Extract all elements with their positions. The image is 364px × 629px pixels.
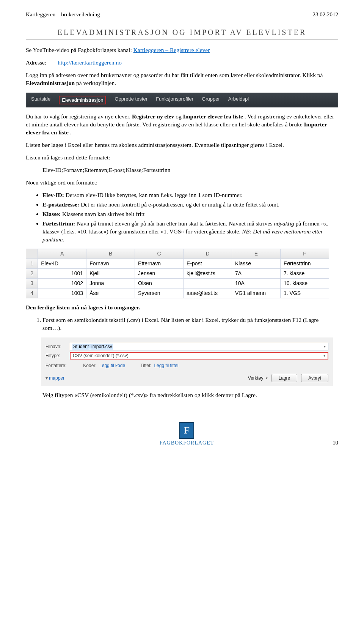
address-link[interactable]: http://lærer.kartleggeren.no [58, 59, 122, 67]
cell: 10A [232, 279, 281, 288]
nav-item-arbeidspl[interactable]: Arbeidspl [228, 96, 249, 105]
logo-badge: F [179, 422, 194, 439]
text: Navn på trinnet eleven går på når han el… [77, 220, 274, 227]
col-header: F [281, 249, 329, 259]
text: Det er ikke noen kontroll på e-postadres… [81, 201, 279, 208]
cell: Etternavn [135, 259, 184, 269]
cell: 10. klasse [281, 279, 329, 288]
cell: Elev-ID [38, 259, 86, 269]
text: Du har to valg for registrering av nye e… [26, 113, 132, 120]
cell: Syversen [135, 288, 184, 298]
doc-header-date: 23.02.2012 [313, 11, 339, 18]
cell: Fornavn [86, 259, 135, 269]
filetype-value: CSV (semikolondelt) (*.csv) [73, 353, 129, 359]
table-row: 1 Elev-ID Fornavn Etternavn E-post Klass… [26, 259, 329, 269]
text: Logg inn på adressen over med brukernavn… [26, 72, 323, 78]
excel-recommendation: Listen bør lages i Excel eller hentes fr… [26, 141, 338, 149]
table-row: 3 1002 Jonna Olsen 10A 10. klasse [26, 279, 329, 288]
list-item: E-postadresse: Det er ikke noen kontroll… [42, 201, 338, 209]
row-header: 1 [26, 259, 38, 269]
doc-header-left: Kartleggeren – brukerveiledning [26, 11, 100, 18]
col-header: E [232, 249, 281, 259]
title-label: Tittel: [140, 363, 151, 368]
nav-bar: Startside Elevadministrasjon Opprette te… [26, 93, 338, 108]
steps-list: Først som en semikolondelt tekstfil (.cs… [42, 316, 338, 332]
codes-value[interactable]: Legg til kode [99, 363, 125, 368]
row-header: 4 [26, 288, 38, 298]
filetype-dropdown[interactable]: CSV (semikolondelt) (*.csv) [70, 352, 328, 359]
col-header: A [38, 249, 86, 259]
cancel-button[interactable]: Avbryt [301, 374, 328, 382]
format-notes-list: Elev-ID: Dersom elev-ID ikke benyttes, k… [42, 191, 338, 244]
col-header: B [86, 249, 135, 259]
cell: Jensen [135, 269, 184, 279]
registration-options: Du har to valg for registrering av nye e… [26, 113, 338, 137]
publisher-logo: F FAGBOKFORLAGET [160, 422, 214, 447]
cell: 1. VGS [281, 288, 329, 298]
cell: E-post [184, 259, 232, 269]
nav-item-startside[interactable]: Startside [31, 96, 50, 105]
list-item: Førtesttrinn: Navn på trinnet eleven går… [42, 220, 338, 244]
text: . [70, 129, 72, 136]
cell: Åse [86, 288, 135, 298]
authors-label: Forfattere: [46, 363, 66, 368]
text-bold: Elev-ID: [42, 192, 64, 198]
filename-value: Student_import.csv [72, 344, 113, 350]
col-header: D [184, 249, 232, 259]
nav-item-elevadministrasjon[interactable]: Elevadministrasjon [59, 96, 106, 105]
title-value[interactable]: Legg til tittel [154, 363, 178, 368]
text-bold: Klasse: [42, 211, 61, 217]
nav-item-grupper[interactable]: Grupper [202, 96, 220, 105]
codes-label: Koder: [83, 363, 96, 368]
cell: Jonna [86, 279, 135, 288]
text: Se YouTube-video på Fagbokforlagets kana… [26, 47, 133, 53]
format-notes-intro: Noen viktige ord om formatet: [26, 179, 338, 187]
cell: 1002 [38, 279, 86, 288]
text: og [176, 113, 183, 120]
cell [184, 279, 232, 288]
cell: VG1 allmenn [232, 288, 281, 298]
logo-text: FAGBOKFORLAGET [160, 440, 214, 447]
text-bold: Registrer ny elev [132, 113, 174, 120]
list-item: Klasse: Klassens navn kan skrives helt f… [42, 210, 338, 218]
folders-link[interactable]: mapper [46, 375, 64, 381]
youtube-link[interactable]: Kartleggeren – Registrere elever [133, 47, 210, 53]
filename-input[interactable]: Student_import.csv [70, 343, 328, 350]
col-header: C [135, 249, 184, 259]
save-button[interactable]: Lagre [271, 374, 298, 382]
page-title: ELEVADMINISTRASJON OG IMPORT AV ELEVLIST… [26, 27, 338, 38]
step-1: Først som en semikolondelt tekstfil (.cs… [42, 316, 338, 332]
cell: aase@test.ts [184, 288, 232, 298]
save-heading: Den ferdige listen må nå lagres i to omg… [26, 304, 338, 312]
post-save-instruction: Velg filtypen «CSV (semikolondelt) (*.cs… [42, 391, 338, 399]
text: Klassens navn kan skrives helt fritt [62, 211, 144, 217]
tools-dropdown[interactable]: Verktøy [248, 375, 268, 381]
cell: 7. klasse [281, 269, 329, 279]
cell: Kjell [86, 269, 135, 279]
list-item: Elev-ID: Dersom elev-ID ikke benyttes, k… [42, 191, 338, 199]
cell: kjell@test.ts [184, 269, 232, 279]
login-instruction: Logg inn på adressen over med brukernavn… [26, 71, 338, 87]
save-dialog: Filnavn: Student_import.csv Filtype: CSV… [41, 337, 333, 386]
table-col-headers: A B C D E F [26, 249, 329, 259]
nav-item-opprette-tester[interactable]: Opprette tester [115, 96, 147, 105]
title-divider [26, 39, 338, 40]
format-string: Elev-ID;Fornavn;Etternavn;E-post;Klasse;… [42, 166, 338, 174]
text-italic: nøyaktig [274, 220, 294, 227]
text-bold: Importer elever fra liste [183, 113, 243, 120]
text-bold: Elevadministrasjon [26, 80, 75, 86]
page-number: 10 [333, 439, 338, 446]
row-header: 2 [26, 269, 38, 279]
intro-youtube-line: Se YouTube-video på Fagbokforlagets kana… [26, 46, 338, 54]
text: på verktøylinjen. [76, 80, 116, 86]
nav-item-funksjonsprofiler[interactable]: Funksjonsprofiler [156, 96, 193, 105]
row-header: 3 [26, 279, 38, 288]
text: Dersom elev-ID ikke benyttes, kan man f.… [66, 192, 243, 198]
text-bold: E-postadresse: [42, 201, 79, 208]
format-intro: Listen må lages med dette formatet: [26, 154, 338, 162]
cell: 7A [232, 269, 281, 279]
table-row: 2 1001 Kjell Jensen kjell@test.ts 7A 7. … [26, 269, 329, 279]
address-label: Adresse: [26, 59, 46, 67]
excel-table: A B C D E F 1 Elev-ID Fornavn Etternavn … [26, 249, 329, 298]
cell: Klasse [232, 259, 281, 269]
